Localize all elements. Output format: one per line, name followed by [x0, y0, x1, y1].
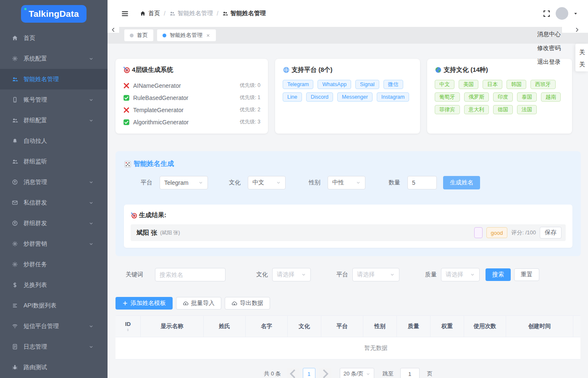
filter-culture-select[interactable]: 请选择 — [272, 268, 311, 281]
sidebar-item-group-config[interactable]: 群组配置 — [0, 110, 108, 131]
add-template-button[interactable]: 添加姓名模板 — [116, 297, 173, 310]
field-label: 文化 — [229, 179, 241, 186]
generator-priority: 优先级: 3 — [240, 118, 260, 126]
sidebar-item-log-mgmt[interactable]: 日志管理 — [0, 336, 108, 357]
filter-label: 质量 — [425, 271, 437, 278]
sidebar-item-home[interactable]: 首页 — [0, 28, 108, 48]
home-icon — [140, 10, 146, 16]
close-icon[interactable] — [206, 33, 210, 38]
generator-name: AINameGenerator — [133, 82, 181, 89]
batch-import-button[interactable]: 批量导入 — [176, 297, 221, 310]
culture-tag: 日本 — [483, 80, 502, 89]
sidebar-item-group-broadcast[interactable]: 群组群发 — [0, 213, 108, 234]
filter-platform-select[interactable]: 请选择 — [352, 268, 399, 281]
export-data-button[interactable]: 导出数据 — [225, 297, 270, 310]
users-icon — [12, 117, 18, 123]
column-label: 姓氏 — [219, 323, 230, 330]
logo-accent-dot — [24, 8, 26, 10]
next-page-button[interactable] — [319, 368, 331, 378]
platforms-card-title: 支持平台 (8个) — [283, 66, 412, 74]
generate-names-button[interactable]: 生成姓名 — [443, 176, 480, 189]
column-label: 权重 — [441, 323, 453, 330]
field-culture: 文化中文 — [229, 176, 286, 189]
jump-to-label: 跳至 — [383, 370, 394, 378]
brand-logo[interactable]: TalkingData — [21, 5, 87, 23]
chevron-down-icon — [89, 344, 94, 349]
tab-scroll-right-button[interactable] — [562, 27, 588, 33]
breadcrumb-item-1[interactable]: 智能姓名管理 — [169, 10, 213, 17]
culture-tag: 西班牙 — [530, 80, 556, 89]
generator-card-title: 4层级生成系统 — [123, 66, 260, 74]
sidebar-item-api-data-list[interactable]: API数据列表 — [0, 295, 108, 316]
save-button[interactable]: 保存 — [540, 227, 562, 239]
users-icon — [222, 10, 228, 16]
tab-scroll-left-button[interactable] — [108, 27, 120, 33]
main-area: 首页/智能姓名管理/智能姓名管理 首页智能姓名管理 4层级生成系统 AI — [108, 0, 588, 378]
page-size-select[interactable]: 20 条/页 — [340, 368, 374, 378]
tab-home[interactable]: 首页 — [124, 29, 153, 41]
platform-select[interactable]: Telegram — [160, 176, 208, 189]
select-value: 中文 — [252, 179, 264, 186]
sidebar-item-system-config[interactable]: 系统配置 — [0, 48, 108, 69]
filter-label: 关键词 — [126, 271, 143, 278]
hamburger-icon[interactable] — [121, 10, 129, 18]
sidebar-item-message-mgmt[interactable]: 消息管理 — [0, 172, 108, 192]
result-title-text: 生成结果: — [139, 211, 166, 219]
reset-button[interactable]: 重置 — [514, 268, 539, 281]
column-header-ID[interactable]: ID — [116, 316, 141, 337]
edge-menu-item-1[interactable]: 关 — [579, 58, 588, 71]
sidebar-item-dm-broadcast[interactable]: 私信群发 — [0, 192, 108, 213]
sidebar-item-group-monitor[interactable]: 群组监听 — [0, 151, 108, 172]
culture-select[interactable]: 中文 — [248, 176, 286, 189]
sidebar-item-auto-invite[interactable]: 自动拉人 — [0, 131, 108, 151]
sidebar-item-label: 兑换列表 — [24, 281, 47, 289]
button-label: 导出数据 — [240, 299, 263, 307]
generator-system-card: 4层级生成系统 AINameGenerator优先级: 0RuleBasedGe… — [116, 59, 268, 134]
culture-tag: 中文 — [435, 80, 454, 89]
dice-icon — [124, 160, 131, 168]
fullscreen-icon[interactable] — [543, 10, 551, 18]
list-icon — [12, 302, 18, 309]
column-header-姓氏: 姓氏 — [204, 316, 246, 337]
sidebar-item-group-marketing[interactable]: 炒群营销 — [0, 234, 108, 254]
culture-tag: 法国 — [517, 105, 537, 114]
tab-status-dot — [130, 34, 134, 37]
tab-smart-name[interactable]: 智能姓名管理 — [157, 29, 216, 41]
chevron-down-icon[interactable] — [573, 11, 578, 16]
sidebar-item-account-mgmt[interactable]: 账号管理 — [0, 89, 108, 110]
page-size-value: 20 条/页 — [344, 370, 364, 378]
culture-tag: 菲律宾 — [435, 105, 460, 114]
sidebar-item-redeem-list[interactable]: 兑换列表 — [0, 275, 108, 295]
tab-status-dot — [163, 34, 166, 37]
platforms-card-title-text: 支持平台 (8个) — [291, 66, 333, 74]
sidebar-item-label: 自动拉人 — [24, 137, 47, 145]
filter-keyword-input[interactable] — [160, 271, 221, 278]
sidebar-item-sms-platform[interactable]: 短信平台管理 — [0, 316, 108, 336]
user-menu-item-2[interactable]: 退出登录 — [537, 58, 561, 66]
field-label: 性别 — [309, 179, 320, 186]
sidebar-item-group-task[interactable]: 炒群任务 — [0, 254, 108, 275]
sidebar-item-route-test[interactable]: 路由测试 — [0, 357, 108, 378]
breadcrumb-label: 智能姓名管理 — [231, 10, 266, 17]
chevron-down-icon — [89, 118, 94, 123]
filter-quality-select[interactable]: 请选择 — [441, 268, 480, 281]
quantity-input[interactable] — [412, 179, 432, 186]
sort-caret-icon[interactable] — [126, 328, 130, 332]
avatar[interactable] — [556, 7, 568, 20]
user-menu-item-0[interactable]: 消息中心 — [537, 30, 561, 38]
user-menu-item-1[interactable]: 修改密码 — [537, 44, 561, 52]
jump-page-input[interactable] — [400, 368, 420, 378]
sidebar-item-smart-name[interactable]: 智能姓名管理 — [0, 69, 108, 89]
breadcrumb-item-0[interactable]: 首页 — [140, 10, 160, 17]
edge-menu-item-0[interactable]: 关 — [579, 46, 588, 58]
culture-tag: 德国 — [493, 105, 513, 114]
gender-select[interactable]: 中性 — [328, 176, 365, 189]
chevron-down-icon — [301, 272, 306, 277]
search-button[interactable]: 搜索 — [486, 268, 511, 281]
select-value: 中性 — [332, 179, 344, 186]
cross-icon — [123, 82, 130, 89]
breadcrumb-separator: / — [164, 10, 165, 17]
table-empty-row: 暂无数据 — [116, 337, 580, 360]
current-page-button[interactable]: 1 — [303, 368, 315, 378]
prev-page-button[interactable] — [287, 368, 299, 378]
